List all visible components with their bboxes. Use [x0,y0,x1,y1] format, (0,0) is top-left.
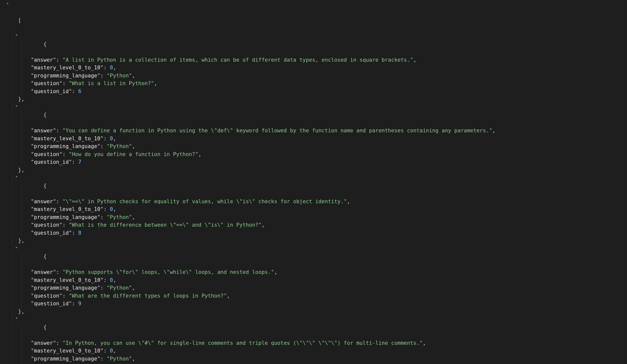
kv-row-mastery: "mastery_level_0_to_10": 0, [6,347,627,355]
kv-row-question: "question": "What is a list in Python?", [6,80,627,88]
kv-row-id: "question_id": 7 [6,158,627,166]
json-number-value: 0 [110,277,113,283]
json-string-value: "What is the difference between \"==\" a… [69,222,262,228]
object-open-row: { [6,245,627,269]
json-string-value: "What is a list in Python?" [69,80,154,86]
open-brace: { [44,41,47,47]
json-string-value: "Python" [107,73,132,79]
chevron-down-icon[interactable] [16,318,18,319]
json-number-value: 0 [110,348,113,354]
json-key: answer [34,340,53,346]
kv-row-answer: "answer": "\"==\" in Python checks for e… [6,198,627,206]
json-string-value: "A list in Python is a collection of ite… [62,57,413,63]
close-brace: }, [18,167,24,173]
kv-row-answer: "answer": "You can define a function in … [6,127,627,135]
object-open-row: { [6,316,627,339]
json-key: mastery_level_0_to_10 [34,206,100,212]
kv-row-answer: "answer": "In Python, you can use \"#\" … [6,339,627,347]
chevron-down-icon[interactable] [16,105,18,107]
json-string-value: "Python" [107,285,132,291]
json-string-value: "Python" [107,356,132,362]
kv-row-lang: "programming_language": "Python", [6,72,627,80]
json-key: question_id [34,230,69,236]
kv-row-id: "question_id": 9 [6,300,627,308]
open-brace: { [44,183,47,189]
object-open-row: { [6,103,627,127]
json-object: { "answer": "You can define a function i… [6,103,627,174]
kv-row-lang: "programming_language": "Python", [6,355,627,363]
kv-row-question: "question": "What are the different type… [6,292,627,300]
json-number-value: 8 [78,230,82,236]
open-brace: { [44,112,47,118]
json-key: question [34,222,59,228]
json-number-value: 0 [110,206,113,212]
close-brace: }, [18,309,24,315]
kv-row-question: "question": "How do you comment in Pytho… [6,363,627,364]
close-brace: }, [18,238,24,244]
open-brace: { [44,253,47,259]
json-object: { "answer": "\"==\" in Python checks for… [6,174,627,245]
object-close-row: }, [6,166,627,174]
json-key: question_id [34,159,69,165]
json-key: question_id [34,301,69,307]
json-number-value: 0 [110,65,113,71]
json-key: programming_language [34,356,97,362]
kv-row-lang: "programming_language": "Python", [6,213,627,221]
array-open-row: [ [6,1,627,32]
json-key: programming_language [34,73,97,79]
chevron-down-icon[interactable] [16,34,18,36]
json-key: mastery_level_0_to_10 [34,136,100,142]
kv-row-mastery: "mastery_level_0_to_10": 0, [6,205,627,213]
json-number-value: 6 [78,88,82,94]
object-open-row: { [6,174,627,198]
json-string-value: "Python" [107,143,132,149]
open-bracket: [ [18,17,22,23]
json-key: programming_language [34,143,97,149]
kv-row-question: "question": "How do you define a functio… [6,151,627,159]
json-key: programming_language [34,285,97,291]
json-tree-viewer: [ { "answer": "A list in Python is a col… [0,1,627,364]
json-string-value: "\"==\" in Python checks for equality of… [62,198,347,204]
kv-row-lang: "programming_language": "Python", [6,284,627,292]
json-key: question [34,293,59,299]
json-string-value: "Python supports \"for\" loops, \"while\… [62,269,274,275]
kv-row-mastery: "mastery_level_0_to_10": 0, [6,135,627,143]
kv-row-mastery: "mastery_level_0_to_10": 0, [6,276,627,284]
object-open-row: { [6,32,627,56]
json-key: answer [34,269,53,275]
chevron-down-icon[interactable] [16,176,18,178]
json-number-value: 0 [110,136,113,142]
kv-row-lang: "programming_language": "Python", [6,143,627,151]
json-key: mastery_level_0_to_10 [34,348,100,354]
json-key: programming_language [34,214,97,220]
kv-row-id: "question_id": 8 [6,229,627,237]
json-number-value: 7 [78,159,82,165]
json-object: { "answer": "A list in Python is a colle… [6,32,627,103]
json-key: mastery_level_0_to_10 [34,65,100,71]
chevron-down-icon[interactable] [6,3,8,4]
object-close-row: }, [6,95,627,103]
open-brace: { [44,324,47,330]
object-close-row: }, [6,308,627,316]
json-object: { "answer": "Python supports \"for\" loo… [6,245,627,316]
json-key: question_id [34,88,69,94]
json-key: question [34,151,59,157]
json-number-value: 9 [78,301,82,307]
json-key: mastery_level_0_to_10 [34,277,100,283]
object-close-row: }, [6,237,627,245]
array-body: { "answer": "A list in Python is a colle… [6,32,627,364]
json-string-value: "You can define a function in Python usi… [62,128,492,134]
kv-row-question: "question": "What is the difference betw… [6,221,627,229]
close-brace: }, [18,96,24,102]
chevron-down-icon[interactable] [16,247,18,248]
kv-row-id: "question_id": 6 [6,88,627,96]
json-key: question [34,80,59,86]
json-string-value: "In Python, you can use \"#\" for single… [62,340,423,346]
json-key: answer [34,198,53,204]
kv-row-mastery: "mastery_level_0_to_10": 0, [6,64,627,72]
json-string-value: "How do you define a function in Python?… [69,151,198,157]
json-key: answer [34,57,53,63]
json-string-value: "What are the different types of loops i… [69,293,227,299]
json-object: { "answer": "In Python, you can use \"#\… [6,316,627,364]
json-string-value: "Python" [107,214,132,220]
